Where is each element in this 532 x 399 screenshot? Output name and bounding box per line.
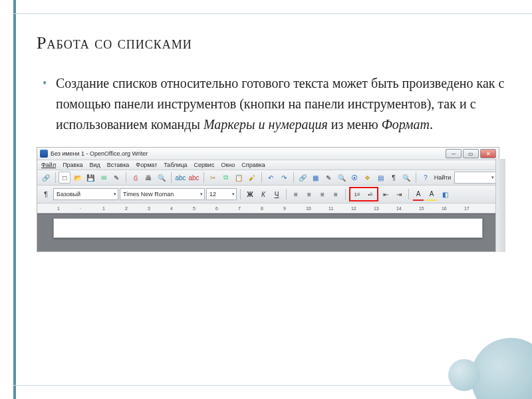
brush-icon: 🖌	[249, 174, 255, 182]
decoration-circle-small	[448, 359, 480, 391]
increase-indent-button[interactable]: ⇥	[393, 188, 405, 200]
align-center-button[interactable]: ≡	[303, 188, 315, 200]
underline-icon: Ч	[275, 191, 279, 198]
font-color-button[interactable]: A	[412, 188, 424, 201]
menu-help[interactable]: Справка	[241, 162, 265, 168]
paste-button[interactable]: 📋	[233, 172, 245, 184]
undo-button[interactable]: ↶	[265, 172, 277, 184]
spell-icon: abc	[175, 174, 186, 182]
datasource-icon: ▤	[378, 174, 384, 182]
navigator-button[interactable]: ⦿	[349, 172, 361, 184]
separator	[261, 172, 262, 183]
print-button[interactable]: 🖶	[143, 172, 155, 184]
ruler-tick: 1	[102, 206, 125, 211]
menu-format[interactable]: Формат	[136, 162, 157, 168]
bold-button[interactable]: Ж	[244, 188, 256, 200]
ruler-tick: 9	[283, 206, 306, 211]
list-buttons-highlight: 1≡ •≡	[349, 187, 378, 201]
find-combo[interactable]	[454, 172, 496, 184]
decrease-indent-button[interactable]: ⇤	[380, 188, 392, 200]
vertical-scrollbar[interactable]	[495, 159, 505, 252]
font-size-combo[interactable]: 12	[206, 188, 237, 200]
preview-icon: 🔍	[158, 174, 166, 182]
align-right-icon: ≡	[321, 191, 325, 198]
maximize-button[interactable]: ▭	[463, 149, 479, 158]
underline-button[interactable]: Ч	[271, 188, 283, 200]
menu-table[interactable]: Таблица	[164, 162, 187, 168]
autospell-button[interactable]: abc	[188, 172, 200, 184]
ruler-tick: 15	[419, 206, 442, 211]
menu-tools[interactable]: Сервис	[194, 162, 215, 168]
menu-insert[interactable]: Вставка	[107, 162, 129, 168]
open-icon: 📂	[74, 174, 82, 182]
zoom-button[interactable]: 🔍	[401, 172, 413, 184]
datasource-button[interactable]: ▤	[375, 172, 387, 184]
align-justify-button[interactable]: ≡	[330, 188, 342, 200]
highlight-icon: A	[430, 190, 434, 198]
save-button[interactable]: 💾	[85, 172, 97, 184]
horizontal-ruler[interactable]: 1 · 1 2 3 4 5 6 7 8 9 10 11 12 13 14 15 …	[37, 203, 499, 213]
hyperlink-button[interactable]: 🔗	[297, 172, 309, 184]
bulleted-list-button[interactable]: •≡	[364, 188, 376, 200]
format-paint-button[interactable]: 🖌	[246, 172, 258, 184]
find-label: Найти	[434, 174, 452, 181]
menu-window[interactable]: Окно	[221, 162, 235, 168]
export-pdf-button[interactable]: ⎙	[130, 172, 142, 184]
draw-button[interactable]: ✎	[323, 172, 335, 184]
menu-file[interactable]: Файл	[41, 162, 56, 168]
redo-icon: ↷	[281, 174, 287, 182]
slide-bullet-1: Создание списков относительно готового т…	[47, 73, 505, 135]
menu-edit[interactable]: Правка	[63, 162, 82, 168]
align-left-icon: ≡	[294, 191, 298, 198]
paragraph-style-combo[interactable]: Базовый	[53, 188, 118, 200]
nonprint-button[interactable]: ¶	[388, 172, 400, 184]
slide-frame-top	[13, 13, 532, 14]
help-button[interactable]: ?	[420, 172, 432, 184]
new-icon: □	[63, 174, 66, 182]
bullet-text-part3: .	[430, 117, 433, 132]
separator	[171, 172, 172, 183]
slide-title: Работа со списками	[37, 33, 505, 53]
slide-frame-left	[13, 0, 16, 399]
ruler-tick: 7	[238, 206, 261, 211]
numbered-list-icon: 1≡	[354, 192, 360, 198]
app-icon	[40, 150, 48, 158]
bold-icon: Ж	[247, 191, 253, 198]
styles-button[interactable]: ¶	[40, 188, 52, 200]
separator	[203, 172, 204, 183]
new-button[interactable]: □	[59, 172, 70, 184]
background-color-button[interactable]: ◧	[439, 188, 451, 200]
italic-button[interactable]: К	[257, 188, 269, 200]
cut-icon: ✂	[210, 174, 215, 182]
ruler-tick: 2	[125, 206, 148, 211]
size-combo-value: 12	[209, 191, 216, 198]
find-icon: 🔍	[338, 174, 346, 182]
document-area[interactable]	[37, 213, 499, 251]
menu-view[interactable]: Вид	[90, 162, 100, 168]
cut-button[interactable]: ✂	[207, 172, 219, 184]
close-button[interactable]: ✕	[480, 149, 496, 158]
open-button[interactable]: 📂	[72, 172, 84, 184]
document-page[interactable]	[53, 218, 483, 238]
align-left-button[interactable]: ≡	[290, 188, 302, 200]
numbered-list-button[interactable]: 1≡	[351, 188, 363, 200]
gallery-icon: ❖	[364, 174, 370, 182]
preview-button[interactable]: 🔍	[156, 172, 168, 184]
gallery-button[interactable]: ❖	[362, 172, 374, 184]
align-right-button[interactable]: ≡	[317, 188, 329, 200]
redo-button[interactable]: ↷	[278, 172, 290, 184]
edit-button[interactable]: ✎	[111, 172, 123, 184]
bg-icon: ◧	[442, 191, 448, 198]
find-replace-button[interactable]: 🔍	[336, 172, 348, 184]
ruler-tick: 8	[261, 206, 283, 211]
bullet-text-part2: из меню	[328, 117, 382, 132]
copy-button[interactable]: ⧉	[220, 172, 232, 184]
font-name-combo[interactable]: Times New Roman	[120, 188, 205, 200]
mail-button[interactable]: ✉	[98, 172, 110, 184]
minimize-button[interactable]: ─	[446, 149, 462, 158]
mail-icon: ✉	[101, 174, 106, 182]
spellcheck-button[interactable]: abc	[175, 172, 187, 184]
insert-table-button[interactable]: ▦	[310, 172, 322, 184]
open-url-button[interactable]: 🔗	[40, 172, 52, 184]
highlight-color-button[interactable]: A	[426, 188, 438, 201]
